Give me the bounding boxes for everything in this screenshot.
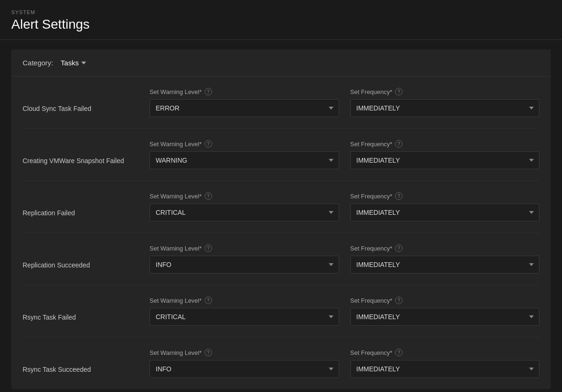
frequency-label: Set Frequency*? [350,244,540,252]
frequency-text: Set Frequency* [350,88,393,95]
alert-name: Creating VMWare Snapshot Failed [23,140,140,165]
warning-level-text: Set Warning Level* [150,245,202,252]
frequency-select[interactable]: IMMEDIATELYHOURLYDAILYWEEKLY [350,204,540,221]
alert-controls: Set Warning Level*?INFONOTICEWARNINGERRO… [150,88,539,117]
alert-row: Rsync Task FailedSet Warning Level*?INFO… [23,285,539,337]
page-header: SYSTEM Alert Settings [0,0,562,40]
warning-level-help-icon[interactable]: ? [205,297,212,304]
warning-level-text: Set Warning Level* [150,88,202,95]
frequency-text: Set Frequency* [350,349,393,356]
frequency-text: Set Frequency* [350,245,393,252]
warning-level-group: Set Warning Level*?INFONOTICEWARNINGERRO… [150,349,339,378]
alert-name: Rsync Task Failed [23,297,140,321]
frequency-label: Set Frequency*? [350,349,540,356]
warning-level-text: Set Warning Level* [150,141,202,148]
warning-level-select[interactable]: INFONOTICEWARNINGERRORCRITICALALERTEMERG… [150,360,339,378]
system-label: SYSTEM [11,9,551,15]
warning-level-group: Set Warning Level*?INFONOTICEWARNINGERRO… [150,88,339,117]
warning-level-help-icon[interactable]: ? [205,244,212,252]
alert-controls: Set Warning Level*?INFONOTICEWARNINGERRO… [150,297,539,326]
alert-name: Replication Failed [23,192,140,217]
frequency-group: Set Frequency*?IMMEDIATELYHOURLYDAILYWEE… [350,244,540,274]
frequency-select[interactable]: IMMEDIATELYHOURLYDAILYWEEKLY [350,256,540,274]
page-title: Alert Settings [11,17,551,32]
warning-level-help-icon[interactable]: ? [205,349,212,356]
frequency-label: Set Frequency*? [350,88,540,95]
category-label: Category: [23,59,53,67]
alert-row: Cloud Sync Task FailedSet Warning Level*… [23,77,539,129]
warning-level-select[interactable]: INFONOTICEWARNINGERRORCRITICALALERTEMERG… [150,99,339,117]
frequency-group: Set Frequency*?IMMEDIATELYHOURLYDAILYWEE… [350,349,540,378]
warning-level-label: Set Warning Level*? [150,297,339,304]
alert-controls: Set Warning Level*?INFONOTICEWARNINGERRO… [150,192,539,221]
alert-row: Creating VMWare Snapshot FailedSet Warni… [23,129,539,181]
warning-level-label: Set Warning Level*? [150,88,339,95]
alert-controls: Set Warning Level*?INFONOTICEWARNINGERRO… [150,140,539,169]
warning-level-select-wrapper: INFONOTICEWARNINGERRORCRITICALALERTEMERG… [150,360,339,378]
frequency-select[interactable]: IMMEDIATELYHOURLYDAILYWEEKLY [350,151,540,169]
warning-level-label: Set Warning Level*? [150,349,339,356]
warning-level-select-wrapper: INFONOTICEWARNINGERRORCRITICALALERTEMERG… [150,256,339,274]
frequency-label: Set Frequency*? [350,297,540,304]
frequency-help-icon[interactable]: ? [395,140,403,148]
warning-level-select[interactable]: INFONOTICEWARNINGERRORCRITICALALERTEMERG… [150,204,339,221]
frequency-text: Set Frequency* [350,141,393,148]
warning-level-text: Set Warning Level* [150,349,202,356]
frequency-select-wrapper: IMMEDIATELYHOURLYDAILYWEEKLY [350,256,540,274]
frequency-select-wrapper: IMMEDIATELYHOURLYDAILYWEEKLY [350,151,540,169]
frequency-group: Set Frequency*?IMMEDIATELYHOURLYDAILYWEE… [350,192,540,221]
alert-name: Rsync Task Succeeded [23,349,140,373]
main-content: Category: Tasks Cloud Sync Task FailedSe… [0,40,562,392]
warning-level-select[interactable]: INFONOTICEWARNINGERRORCRITICALALERTEMERG… [150,151,339,169]
warning-level-select[interactable]: INFONOTICEWARNINGERRORCRITICALALERTEMERG… [150,308,339,326]
alert-controls: Set Warning Level*?INFONOTICEWARNINGERRO… [150,244,539,274]
warning-level-select-wrapper: INFONOTICEWARNINGERRORCRITICALALERTEMERG… [150,151,339,169]
warning-level-select-wrapper: INFONOTICEWARNINGERRORCRITICALALERTEMERG… [150,204,339,221]
alert-name: Replication Succeeded [23,244,140,269]
alert-row: Rsync Task SucceededSet Warning Level*?I… [23,337,539,389]
warning-level-group: Set Warning Level*?INFONOTICEWARNINGERRO… [150,297,339,326]
warning-level-label: Set Warning Level*? [150,244,339,252]
warning-level-help-icon[interactable]: ? [205,192,212,200]
frequency-group: Set Frequency*?IMMEDIATELYHOURLYDAILYWEE… [350,140,540,169]
warning-level-text: Set Warning Level* [150,297,202,304]
frequency-text: Set Frequency* [350,297,393,304]
warning-level-select[interactable]: INFONOTICEWARNINGERRORCRITICALALERTEMERG… [150,256,339,274]
frequency-label: Set Frequency*? [350,192,540,200]
frequency-select-wrapper: IMMEDIATELYHOURLYDAILYWEEKLY [350,360,540,378]
alert-row: Replication FailedSet Warning Level*?INF… [23,181,539,233]
frequency-help-icon[interactable]: ? [395,88,403,95]
frequency-group: Set Frequency*?IMMEDIATELYHOURLYDAILYWEE… [350,88,540,117]
category-dropdown[interactable]: Tasks [57,57,90,69]
frequency-select-wrapper: IMMEDIATELYHOURLYDAILYWEEKLY [350,204,540,221]
warning-level-group: Set Warning Level*?INFONOTICEWARNINGERRO… [150,192,339,221]
warning-level-label: Set Warning Level*? [150,140,339,148]
alert-name: Cloud Sync Task Failed [23,88,140,112]
frequency-select-wrapper: IMMEDIATELYHOURLYDAILYWEEKLY [350,308,540,326]
frequency-select[interactable]: IMMEDIATELYHOURLYDAILYWEEKLY [350,99,540,117]
frequency-group: Set Frequency*?IMMEDIATELYHOURLYDAILYWEE… [350,297,540,326]
warning-level-help-icon[interactable]: ? [205,88,212,95]
frequency-text: Set Frequency* [350,193,393,200]
frequency-help-icon[interactable]: ? [395,192,403,200]
frequency-label: Set Frequency*? [350,140,540,148]
frequency-select-wrapper: IMMEDIATELYHOURLYDAILYWEEKLY [350,99,540,117]
alert-row: Replication SucceededSet Warning Level*?… [23,233,539,285]
warning-level-group: Set Warning Level*?INFONOTICEWARNINGERRO… [150,140,339,169]
card-body: Cloud Sync Task FailedSet Warning Level*… [11,77,551,389]
warning-level-select-wrapper: INFONOTICEWARNINGERRORCRITICALALERTEMERG… [150,308,339,326]
warning-level-text: Set Warning Level* [150,193,202,200]
warning-level-select-wrapper: INFONOTICEWARNINGERRORCRITICALALERTEMERG… [150,99,339,117]
frequency-help-icon[interactable]: ? [395,244,403,252]
warning-level-group: Set Warning Level*?INFONOTICEWARNINGERRO… [150,244,339,274]
frequency-help-icon[interactable]: ? [395,297,403,304]
category-value: Tasks [61,59,79,67]
frequency-select[interactable]: IMMEDIATELYHOURLYDAILYWEEKLY [350,308,540,326]
frequency-help-icon[interactable]: ? [395,349,403,356]
chevron-down-icon [81,62,86,64]
card-header: Category: Tasks [11,49,551,77]
alert-settings-card: Category: Tasks Cloud Sync Task FailedSe… [11,49,551,389]
warning-level-label: Set Warning Level*? [150,192,339,200]
frequency-select[interactable]: IMMEDIATELYHOURLYDAILYWEEKLY [350,360,540,378]
warning-level-help-icon[interactable]: ? [205,140,212,148]
